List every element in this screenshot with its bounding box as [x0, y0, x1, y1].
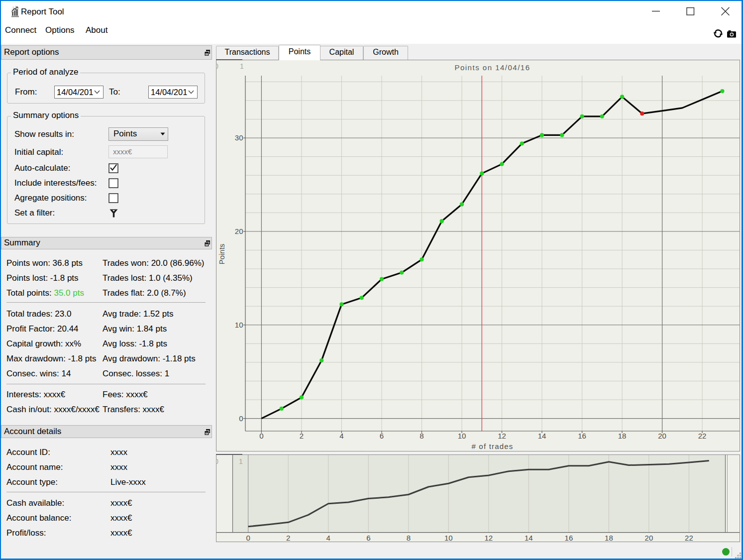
- svg-text:12: 12: [484, 534, 493, 542]
- svg-text:20: 20: [235, 227, 243, 235]
- svg-text:10: 10: [458, 432, 466, 440]
- svg-text:Points: Points: [217, 244, 226, 265]
- svg-text:18: 18: [605, 534, 613, 542]
- svg-text:14: 14: [538, 432, 546, 440]
- svg-text:4: 4: [326, 534, 330, 542]
- svg-text:20: 20: [658, 432, 666, 440]
- svg-text:20: 20: [645, 534, 653, 542]
- svg-text:22: 22: [685, 534, 693, 542]
- svg-text:4: 4: [339, 432, 343, 440]
- svg-text:8: 8: [407, 534, 411, 542]
- svg-text:18: 18: [618, 432, 627, 440]
- svg-text:0: 0: [246, 534, 250, 542]
- svg-text:0: 0: [239, 414, 243, 423]
- svg-text:2: 2: [286, 534, 290, 542]
- svg-text:12: 12: [498, 432, 506, 440]
- svg-text:0: 0: [216, 457, 218, 465]
- svg-text:10: 10: [235, 321, 243, 329]
- svg-text:# of trades: # of trades: [471, 442, 513, 450]
- svg-text:1: 1: [240, 62, 244, 70]
- svg-text:10: 10: [444, 534, 453, 542]
- svg-text:Points on 14/04/16: Points on 14/04/16: [454, 63, 530, 72]
- svg-text:16: 16: [578, 432, 586, 440]
- svg-text:0: 0: [259, 432, 263, 440]
- svg-text:22: 22: [698, 432, 707, 440]
- svg-text:6: 6: [366, 534, 370, 542]
- svg-text:1: 1: [239, 457, 243, 465]
- svg-text:0: 0: [216, 62, 218, 70]
- svg-text:14: 14: [525, 534, 533, 542]
- svg-text:8: 8: [420, 432, 424, 440]
- svg-text:30: 30: [235, 133, 243, 142]
- svg-text:6: 6: [380, 432, 384, 440]
- svg-text:16: 16: [565, 534, 573, 542]
- svg-text:2: 2: [300, 432, 304, 440]
